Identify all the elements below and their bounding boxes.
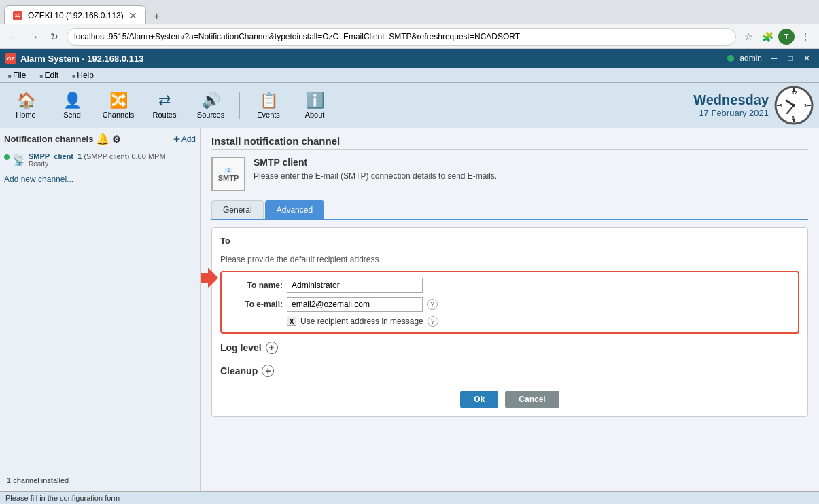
list-item: 📡 SMPP_client_1 (SMPP client) 0.00 MPM R… bbox=[4, 151, 196, 169]
sources-button[interactable]: 🔊 Sources bbox=[190, 88, 231, 122]
channels-button[interactable]: 🔀 Channels bbox=[98, 88, 139, 122]
channel-status-dot bbox=[4, 154, 10, 160]
tab-bar: General Advanced bbox=[211, 200, 808, 220]
sidebar: Notification channels 🔔 ⚙ ✚ Add 📡 SMPP_c… bbox=[0, 128, 201, 491]
notification-icon: 🔔 bbox=[96, 132, 109, 145]
admin-label: admin bbox=[739, 54, 762, 63]
toolbar-separator bbox=[239, 92, 240, 119]
reload-button[interactable]: ↻ bbox=[46, 29, 63, 45]
status-bar: Please fill in the configuration form bbox=[0, 491, 819, 504]
sidebar-header: Notification channels 🔔 ⚙ ✚ Add bbox=[4, 132, 196, 145]
cleanup-title: Cleanup bbox=[220, 365, 258, 376]
channel-type: (SMPP client) bbox=[84, 152, 129, 160]
page-title: Install notification channel bbox=[211, 135, 808, 150]
about-icon: ℹ️ bbox=[306, 92, 324, 109]
log-level-header[interactable]: Log level + bbox=[220, 339, 799, 357]
add-channel-button[interactable]: ✚ Add bbox=[173, 134, 196, 144]
tab-advanced[interactable]: Advanced bbox=[265, 200, 324, 219]
tab-general[interactable]: General bbox=[211, 200, 264, 219]
log-level-title: Log level bbox=[220, 342, 262, 353]
events-button[interactable]: 📋 Events bbox=[248, 88, 289, 122]
form-container: To Please provide the default recipient … bbox=[211, 227, 808, 425]
checkbox-label: Use recipient address in message bbox=[300, 317, 423, 326]
to-email-row: To e-mail: ? bbox=[228, 297, 791, 312]
checkbox-row: X Use recipient address in message ? bbox=[287, 316, 791, 327]
new-tab-button[interactable]: + bbox=[149, 8, 165, 24]
routes-icon: ⇄ bbox=[158, 92, 171, 109]
toolbar: 🏠 Home 👤 Send 🔀 Channels ⇄ Routes 🔊 Sour… bbox=[0, 83, 819, 128]
app-titlebar: OZ Alarm System - 192.168.0.113 admin ─ … bbox=[0, 49, 819, 68]
checkbox-help-icon[interactable]: ? bbox=[428, 316, 438, 327]
home-icon: 🏠 bbox=[17, 92, 35, 109]
app-title-text: Alarm System - 192.168.0.113 bbox=[20, 54, 143, 64]
cleanup-section: Cleanup + bbox=[220, 362, 799, 380]
add-icon: ✚ bbox=[173, 134, 180, 144]
maximize-button[interactable]: □ bbox=[784, 52, 797, 65]
clock-face: 12 3 6 9 bbox=[774, 86, 814, 125]
email-help-icon[interactable]: ? bbox=[427, 299, 438, 310]
cleanup-expand-icon[interactable]: + bbox=[262, 365, 274, 377]
tab-close-btn[interactable]: ✕ bbox=[129, 10, 137, 21]
to-name-input[interactable] bbox=[287, 278, 423, 293]
forward-button[interactable]: → bbox=[26, 29, 42, 45]
ok-button[interactable]: Ok bbox=[460, 391, 498, 408]
channels-icon: 🔀 bbox=[109, 92, 128, 109]
content-area: Install notification channel 📧 SMTP SMTP… bbox=[201, 128, 819, 491]
menu-bar: File Edit Help bbox=[0, 68, 819, 83]
day-of-week: Wednesday bbox=[693, 92, 769, 108]
recipient-address-checkbox[interactable]: X bbox=[287, 317, 296, 326]
to-email-input[interactable] bbox=[287, 297, 423, 312]
sources-icon: 🔊 bbox=[202, 92, 220, 109]
to-name-label: To name: bbox=[228, 281, 283, 290]
extensions-icon[interactable]: 🧩 bbox=[759, 29, 776, 45]
log-level-section: Log level + bbox=[220, 339, 799, 357]
events-icon: 📋 bbox=[260, 92, 278, 109]
log-level-expand-icon[interactable]: + bbox=[266, 342, 278, 354]
cancel-button[interactable]: Cancel bbox=[505, 391, 559, 408]
browser-tab[interactable]: 10 OZEKI 10 (192.168.0.113) ✕ bbox=[4, 5, 146, 24]
about-button[interactable]: ℹ️ About bbox=[294, 88, 335, 122]
tab-favicon: 10 bbox=[13, 11, 22, 20]
status-message: Please fill in the configuration form bbox=[5, 494, 120, 502]
form-area: To Please provide the default recipient … bbox=[211, 227, 808, 417]
home-button[interactable]: 🏠 Home bbox=[5, 88, 46, 122]
menu-icon[interactable]: ⋮ bbox=[797, 29, 814, 45]
profile-button[interactable]: T bbox=[778, 29, 795, 45]
browser-chrome: 10 OZEKI 10 (192.168.0.113) ✕ + ← → ↻ ☆ … bbox=[0, 0, 819, 49]
menu-edit[interactable]: Edit bbox=[37, 70, 61, 81]
send-button[interactable]: 👤 Send bbox=[52, 88, 92, 122]
nav-icons: ☆ 🧩 T ⋮ bbox=[740, 29, 814, 45]
menu-help[interactable]: Help bbox=[69, 70, 97, 81]
bookmark-icon[interactable]: ☆ bbox=[740, 29, 756, 45]
smtp-description: Please enter the E-mail (SMTP) connectio… bbox=[254, 170, 497, 182]
svg-text:6: 6 bbox=[792, 115, 795, 120]
full-date: 17 February 2021 bbox=[693, 108, 769, 118]
channel-speed: 0.00 MPM bbox=[131, 152, 165, 160]
settings-icon: ⚙ bbox=[112, 134, 121, 145]
svg-marker-12 bbox=[201, 268, 218, 288]
cleanup-header[interactable]: Cleanup + bbox=[220, 362, 799, 380]
channel-name-link[interactable]: SMPP_client_1 bbox=[29, 152, 82, 160]
svg-text:3: 3 bbox=[804, 103, 807, 108]
svg-point-11 bbox=[792, 104, 795, 107]
arrow-indicator bbox=[201, 268, 218, 288]
routes-button[interactable]: ⇄ Routes bbox=[144, 88, 185, 122]
to-name-row: To name: bbox=[228, 278, 791, 293]
channel-wifi-icon: 📡 bbox=[12, 154, 26, 166]
address-bar[interactable] bbox=[67, 28, 736, 46]
back-button[interactable]: ← bbox=[5, 29, 22, 45]
close-button[interactable]: ✕ bbox=[800, 52, 814, 65]
app-icon: OZ bbox=[5, 53, 16, 64]
menu-file[interactable]: File bbox=[5, 70, 29, 81]
app-window: OZ Alarm System - 192.168.0.113 admin ─ … bbox=[0, 49, 819, 504]
svg-text:9: 9 bbox=[780, 103, 782, 108]
smtp-banner: 📧 SMTP SMTP client Please enter the E-ma… bbox=[211, 157, 808, 191]
to-email-label: To e-mail: bbox=[228, 300, 283, 309]
date-text: Wednesday 17 February 2021 bbox=[693, 92, 769, 118]
browser-nav-bar: ← → ↻ ☆ 🧩 T ⋮ bbox=[0, 24, 819, 49]
fields-box: To name: To e-mail: ? X Use recipient ad… bbox=[220, 271, 799, 334]
form-description: Please provide the default recipient add… bbox=[220, 255, 799, 264]
sidebar-title: Notification channels 🔔 ⚙ bbox=[4, 132, 121, 145]
minimize-button[interactable]: ─ bbox=[767, 52, 781, 65]
add-new-channel-link[interactable]: Add new channel... bbox=[4, 175, 196, 184]
